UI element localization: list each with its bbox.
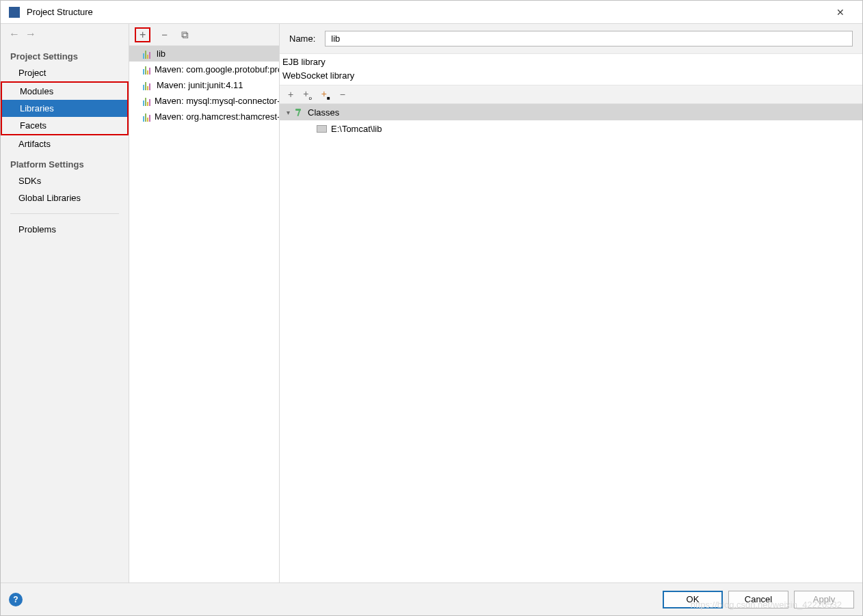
library-icon	[143, 81, 152, 90]
library-toolbar: + − ⧉	[129, 24, 279, 46]
sidebar-item-modules[interactable]: Modules	[2, 83, 127, 100]
apply-button[interactable]: Apply	[794, 591, 854, 608]
library-list: lib Maven: com.google.protobuf:protobuf-…	[129, 46, 279, 582]
remove-button[interactable]: −	[159, 28, 170, 41]
sidebar-divider	[10, 213, 119, 214]
library-detail-panel: Name: EJB library WebSocket library + +o…	[280, 24, 862, 582]
highlight-sidebar: Modules Libraries Facets	[1, 81, 129, 135]
section-platform-settings: Platform Settings	[1, 152, 129, 172]
tree-label: Classes	[308, 107, 339, 118]
library-list-panel: + − ⧉ lib Maven: com.google.protobuf:pro…	[129, 24, 280, 582]
library-label: lib	[157, 49, 165, 59]
copy-button[interactable]: ⧉	[178, 28, 191, 41]
library-label: Maven: org.hamcrest:hamcrest-core	[155, 111, 279, 122]
sidebar-item-project[interactable]: Project	[1, 64, 129, 81]
back-icon[interactable]: ←	[9, 28, 20, 40]
nav-row: ← →	[1, 24, 129, 44]
name-label: Name:	[289, 34, 315, 44]
classes-toolbar: + +o +■ −	[280, 85, 862, 104]
name-input[interactable]	[325, 31, 853, 46]
sidebar-item-facets[interactable]: Facets	[2, 117, 127, 134]
tree-path-label: E:\Tomcat\lib	[331, 124, 382, 134]
classes-icon	[294, 107, 304, 117]
project-structure-dialog: Project Structure ✕ ← → Project Settings…	[0, 0, 863, 616]
library-icon	[143, 65, 150, 75]
info-line: WebSocket library	[282, 69, 858, 83]
tree-node-path[interactable]: E:\Tomcat\lib	[280, 120, 862, 137]
library-label: Maven: mysql:mysql-connector-java	[155, 96, 279, 106]
library-icon	[143, 96, 150, 106]
intellij-icon	[9, 7, 20, 18]
library-item-maven[interactable]: Maven: com.google.protobuf:protobuf-java	[129, 62, 279, 77]
name-row: Name:	[280, 24, 862, 54]
remove-classes-icon[interactable]: −	[340, 89, 345, 100]
dialog-body: ← → Project Settings Project Modules Lib…	[1, 24, 862, 582]
library-item-maven[interactable]: Maven: org.hamcrest:hamcrest-core	[129, 109, 279, 124]
cancel-button[interactable]: Cancel	[728, 591, 788, 608]
sidebar-item-artifacts[interactable]: Artifacts	[1, 135, 129, 152]
sidebar: ← → Project Settings Project Modules Lib…	[1, 24, 129, 582]
section-project-settings: Project Settings	[1, 44, 129, 64]
folder-icon	[317, 125, 327, 133]
dialog-footer: ? OK Cancel Apply	[1, 582, 862, 615]
window-title: Project Structure	[27, 7, 827, 17]
sidebar-item-global-libraries[interactable]: Global Libraries	[1, 189, 129, 206]
library-item-maven[interactable]: Maven: junit:junit:4.11	[129, 77, 279, 93]
library-icon	[143, 49, 152, 59]
add-button[interactable]: +	[135, 27, 150, 42]
chevron-down-icon[interactable]: ▾	[287, 109, 290, 116]
ok-button[interactable]: OK	[663, 591, 723, 608]
library-label: Maven: com.google.protobuf:protobuf-java	[155, 64, 279, 75]
help-icon[interactable]: ?	[9, 593, 23, 606]
sidebar-item-libraries[interactable]: Libraries	[2, 100, 127, 117]
library-item-lib[interactable]: lib	[129, 46, 279, 62]
library-label: Maven: junit:junit:4.11	[157, 80, 243, 90]
add-attach-icon[interactable]: +o	[303, 88, 312, 101]
close-icon[interactable]: ✕	[827, 1, 854, 24]
tree-node-classes[interactable]: ▾ Classes	[280, 104, 862, 120]
library-item-maven[interactable]: Maven: mysql:mysql-connector-java	[129, 93, 279, 109]
add-classes-icon[interactable]: +	[288, 89, 293, 100]
info-line: EJB library	[282, 55, 858, 69]
add-source-icon[interactable]: +■	[321, 88, 330, 101]
forward-icon[interactable]: →	[25, 28, 36, 40]
library-icon	[143, 112, 150, 122]
classes-tree: ▾ Classes E:\Tomcat\lib	[280, 104, 862, 582]
titlebar: Project Structure ✕	[1, 1, 862, 24]
library-type-info: EJB library WebSocket library	[280, 54, 862, 85]
sidebar-item-problems[interactable]: Problems	[1, 221, 129, 238]
sidebar-item-sdks[interactable]: SDKs	[1, 172, 129, 189]
